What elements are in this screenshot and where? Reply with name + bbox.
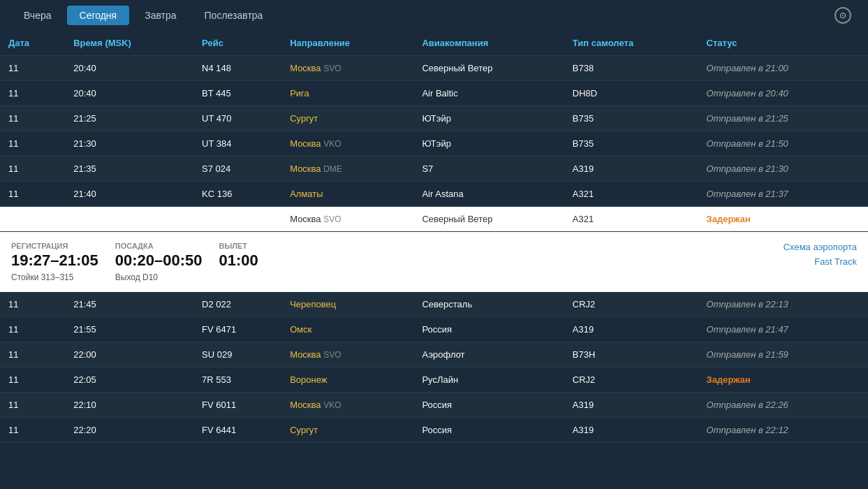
cell-aircraft: A321 (564, 182, 698, 207)
registration-section: РЕГИСТРАЦИЯ 19:27–21:05 Стойки 313–315 (11, 242, 98, 282)
cell-destination: Москва VKO (281, 393, 413, 418)
nav-tabs: ВчераСегодняЗавтраПослезавтра ⊙ (0, 0, 868, 31)
cell-destination: Москва DME (281, 156, 413, 182)
table-row[interactable]: 1120:40N4 148Москва SVOСеверный ВетерB73… (0, 56, 868, 81)
table-row[interactable]: 1122:00SU 029Москва SVOАэрофлотB73HОтпра… (0, 342, 868, 367)
cell-flight: 7R 553 (193, 367, 281, 393)
flightradar-logo: ⊙ (834, 7, 857, 24)
cell-aircraft: CRJ2 (564, 367, 698, 393)
column-header: Дата (0, 31, 65, 56)
cell-status: Отправлен в 22:12 (698, 418, 868, 443)
cell-aircraft: DH8D (564, 81, 698, 106)
cell-flight: S7 024 (193, 156, 281, 182)
registration-label: РЕГИСТРАЦИЯ (11, 242, 98, 250)
cell-status: Отправлен в 21:59 (698, 342, 868, 367)
expanded-detail-cell: РЕГИСТРАЦИЯ 19:27–21:05 Стойки 313–315 П… (0, 232, 868, 293)
table-row[interactable]: 1121:30UT 384Москва VKOЮТэйрB735Отправле… (0, 131, 868, 156)
cell-status: Задержан (698, 367, 868, 393)
expanded-cell-airline: Северный Ветер (413, 207, 564, 232)
cell-status: Отправлен в 21:37 (698, 182, 868, 207)
cell-status: Отправлен в 21:00 (698, 56, 868, 81)
column-header: Рейс (193, 31, 281, 56)
cell-date: 11 (0, 342, 65, 367)
cell-time: 21:30 (65, 131, 193, 156)
table-row[interactable]: 1122:10FV 6011Москва VKOРоссияA319Отправ… (0, 393, 868, 418)
expanded-detail-row: РЕГИСТРАЦИЯ 19:27–21:05 Стойки 313–315 П… (0, 232, 868, 293)
cell-destination: Череповец (281, 292, 413, 317)
cell-airline: Россия (413, 317, 564, 342)
cell-date: 11 (0, 367, 65, 393)
cell-flight: SU 029 (193, 342, 281, 367)
column-header: Тип самолета (564, 31, 698, 56)
cell-date: 11 (0, 418, 65, 443)
expanded-cell-status: Задержан (698, 207, 868, 232)
cell-destination: Алматы (281, 182, 413, 207)
table-row[interactable]: 1122:057R 553ВоронежРусЛайнCRJ2Задержан (0, 367, 868, 393)
departure-section: ВЫЛЕТ 01:00 (219, 242, 303, 270)
cell-date: 11 (0, 156, 65, 182)
cell-date: 11 (0, 106, 65, 131)
cell-date: 11 (0, 182, 65, 207)
cell-airline: Россия (413, 393, 564, 418)
cell-time: 22:00 (65, 342, 193, 367)
cell-status: Отправлен в 20:40 (698, 81, 868, 106)
expanded-flight-row[interactable]: 1121:45N4 208Москва SVOСеверный ВетерA32… (0, 207, 868, 232)
expanded-cell-flight: N4 208 (193, 207, 281, 232)
top-bar: ВчераСегодняЗавтраПослезавтра ⊙ (0, 0, 868, 31)
table-row[interactable]: 1121:45D2 022ЧереповецСеверстальCRJ2Отпр… (0, 292, 868, 317)
fast-track-link[interactable]: Fast Track (814, 256, 857, 267)
cell-date: 11 (0, 131, 65, 156)
cell-aircraft: A319 (564, 317, 698, 342)
nav-tab-today[interactable]: Сегодня (67, 6, 130, 25)
departure-label: ВЫЛЕТ (219, 242, 303, 250)
cell-aircraft: CRJ2 (564, 292, 698, 317)
boarding-sub: Выход D10 (115, 272, 203, 282)
cell-airline: ЮТэйр (413, 131, 564, 156)
cell-time: 21:35 (65, 156, 193, 182)
nav-tab-tomorrow[interactable]: Завтра (132, 6, 189, 25)
flights-table: ДатаВремя (MSK)РейсНаправлениеАвиакомпан… (0, 31, 868, 443)
table-row[interactable]: 1121:35S7 024Москва DMES7A319Отправлен в… (0, 156, 868, 182)
expanded-links: Схема аэропорта Fast Track (784, 242, 857, 267)
cell-destination: Воронеж (281, 367, 413, 393)
airport-map-link[interactable]: Схема аэропорта (784, 242, 857, 252)
cell-date: 11 (0, 81, 65, 106)
cell-flight: N4 148 (193, 56, 281, 81)
boarding-label: ПОСАДКА (115, 242, 203, 250)
cell-time: 22:20 (65, 418, 193, 443)
nav-tab-yesterday[interactable]: Вчера (11, 6, 64, 25)
cell-aircraft: A319 (564, 156, 698, 182)
cell-status: Отправлен в 21:30 (698, 156, 868, 182)
table-body: 1120:40N4 148Москва SVOСеверный ВетерB73… (0, 56, 868, 443)
cell-airline: ЮТэйр (413, 106, 564, 131)
boarding-section: ПОСАДКА 00:20–00:50 Выход D10 (115, 242, 203, 282)
departure-value: 01:00 (219, 251, 303, 270)
cell-flight: D2 022 (193, 292, 281, 317)
cell-status: Отправлен в 21:47 (698, 317, 868, 342)
table-row[interactable]: 1121:25UT 470СургутЮТэйрB735Отправлен в … (0, 106, 868, 131)
table-row[interactable]: 1120:40BT 445РигаAir BalticDH8DОтправлен… (0, 81, 868, 106)
table-row[interactable]: 1121:40KC 136АлматыAir AstanaA321Отправл… (0, 182, 868, 207)
table-row[interactable]: 1122:20FV 6441СургутРоссияA319Отправлен … (0, 418, 868, 443)
cell-time: 20:40 (65, 56, 193, 81)
cell-date: 11 (0, 292, 65, 317)
cell-airline: Аэрофлот (413, 342, 564, 367)
cell-date: 11 (0, 317, 65, 342)
header-row: ДатаВремя (MSK)РейсНаправлениеАвиакомпан… (0, 31, 868, 56)
cell-flight: BT 445 (193, 81, 281, 106)
cell-status: Отправлен в 21:25 (698, 106, 868, 131)
cell-airline: S7 (413, 156, 564, 182)
boarding-value: 00:20–00:50 (115, 251, 203, 270)
cell-flight: FV 6471 (193, 317, 281, 342)
cell-status: Отправлен в 22:13 (698, 292, 868, 317)
flightradar-icon: ⊙ (834, 7, 851, 24)
cell-flight: KC 136 (193, 182, 281, 207)
expanded-cell-destination: Москва SVO (281, 207, 413, 232)
cell-destination: Сургут (281, 418, 413, 443)
nav-tab-dayafter[interactable]: Послезавтра (192, 6, 276, 25)
cell-aircraft: B738 (564, 56, 698, 81)
table-row[interactable]: 1121:55FV 6471ОмскРоссияA319Отправлен в … (0, 317, 868, 342)
cell-time: 21:25 (65, 106, 193, 131)
cell-destination: Москва SVO (281, 56, 413, 81)
cell-airline: Северсталь (413, 292, 564, 317)
